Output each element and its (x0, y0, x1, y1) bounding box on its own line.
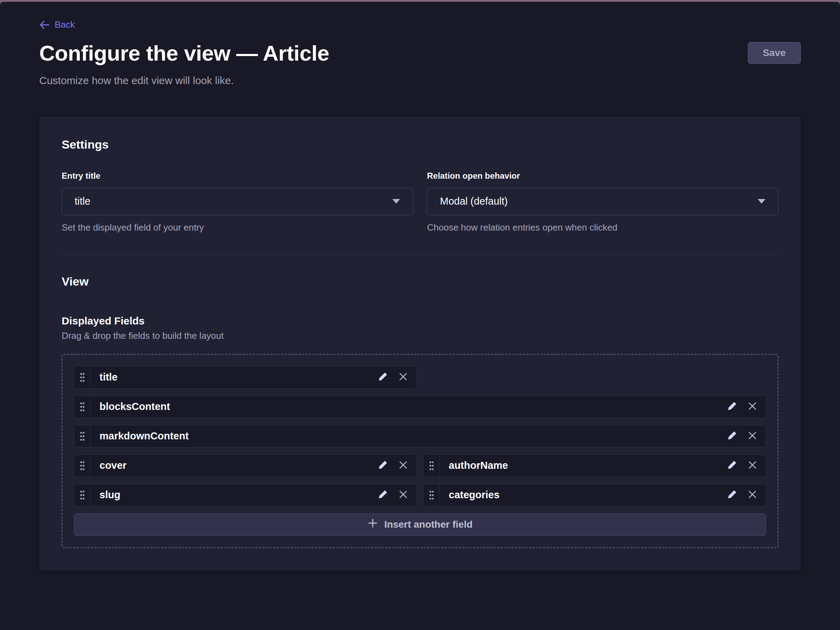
edit-field-button[interactable] (725, 399, 740, 415)
entry-title-label: Entry title (62, 171, 413, 181)
cross-icon (747, 460, 758, 471)
configure-view-card: Settings Entry title title Set the displ… (39, 117, 801, 570)
remove-field-button[interactable] (395, 369, 411, 385)
cross-icon (747, 430, 758, 442)
field-row[interactable]: authorName (423, 455, 766, 477)
pencil-icon (377, 371, 388, 383)
app-canvas: Back Configure the view — Article Save C… (0, 2, 840, 630)
field-row[interactable]: title (74, 366, 417, 388)
cross-icon (398, 460, 409, 471)
remove-field-button[interactable] (395, 458, 411, 474)
entry-title-field: Entry title title Set the displayed fiel… (62, 171, 413, 233)
back-link[interactable]: Back (39, 19, 75, 30)
field-label: cover (99, 460, 375, 471)
field-label: authorName (449, 460, 725, 471)
field-actions (725, 399, 766, 415)
entry-title-value: title (74, 196, 90, 207)
entry-title-select[interactable]: title (62, 188, 413, 215)
edit-field-button[interactable] (725, 487, 740, 503)
section-divider (62, 255, 778, 255)
field-label: slug (99, 489, 375, 501)
drag-handle-icon[interactable] (74, 366, 90, 388)
field-actions (375, 369, 417, 385)
settings-heading: Settings (62, 138, 778, 152)
save-button[interactable]: Save (748, 42, 801, 64)
edit-field-button[interactable] (375, 369, 391, 385)
fields-drop-zone: title (62, 354, 778, 548)
relation-behavior-value: Modal (default) (440, 196, 508, 207)
chevron-down-icon (758, 199, 766, 204)
drag-handle-icon[interactable] (74, 396, 90, 418)
relation-behavior-hint: Choose how relation entries open when cl… (427, 222, 778, 233)
remove-field-button[interactable] (395, 487, 411, 503)
page-title: Configure the view — Article (39, 41, 329, 66)
field-row[interactable]: blocksContent (74, 396, 766, 418)
field-row[interactable]: categories (423, 484, 766, 506)
fields-grid: title (74, 366, 766, 506)
field-label: blocksContent (99, 401, 725, 412)
edit-field-button[interactable] (375, 458, 391, 474)
field-label: markdownContent (99, 430, 725, 442)
drag-handle-icon[interactable] (74, 484, 90, 506)
edit-field-button[interactable] (725, 458, 740, 474)
view-heading: View (62, 275, 778, 288)
displayed-fields-title: Displayed Fields (62, 315, 778, 327)
drag-handle-icon[interactable] (74, 425, 90, 447)
relation-behavior-select[interactable]: Modal (default) (427, 188, 778, 215)
remove-field-button[interactable] (745, 428, 760, 444)
field-actions (725, 428, 766, 444)
insert-field-button[interactable]: Insert another field (74, 513, 766, 536)
edit-field-button[interactable] (375, 487, 391, 503)
arrow-left-icon (39, 21, 50, 30)
pencil-icon (727, 401, 737, 412)
field-row[interactable]: cover (74, 455, 417, 477)
relation-behavior-field: Relation open behavior Modal (default) C… (427, 171, 778, 233)
field-label: categories (449, 489, 725, 501)
pencil-icon (377, 460, 388, 471)
cross-icon (747, 489, 758, 501)
edit-field-button[interactable] (725, 428, 740, 444)
drag-handle-icon[interactable] (423, 455, 440, 477)
relation-behavior-label: Relation open behavior (427, 171, 778, 181)
drag-handle-icon[interactable] (423, 484, 440, 506)
field-row[interactable]: markdownContent (74, 425, 766, 447)
pencil-icon (727, 460, 737, 471)
pencil-icon (727, 489, 737, 501)
remove-field-button[interactable] (745, 487, 760, 503)
back-label: Back (55, 19, 75, 30)
cross-icon (398, 489, 409, 501)
entry-title-hint: Set the displayed field of your entry (62, 222, 413, 233)
remove-field-button[interactable] (745, 458, 760, 474)
field-actions (725, 458, 766, 474)
page-subtitle: Customize how the edit view will look li… (39, 75, 801, 87)
pencil-icon (377, 489, 388, 501)
field-actions (725, 487, 766, 503)
remove-field-button[interactable] (745, 399, 760, 415)
field-row[interactable]: slug (74, 484, 417, 506)
plus-icon (368, 518, 378, 531)
field-actions (375, 458, 417, 474)
field-label: title (99, 371, 375, 383)
drag-handle-icon[interactable] (74, 455, 90, 477)
displayed-fields-hint: Drag & drop the fields to build the layo… (62, 330, 778, 341)
cross-icon (747, 401, 758, 412)
pencil-icon (727, 430, 737, 442)
cross-icon (398, 371, 409, 383)
insert-field-label: Insert another field (384, 519, 472, 530)
chevron-down-icon (392, 199, 400, 204)
field-actions (375, 487, 417, 503)
